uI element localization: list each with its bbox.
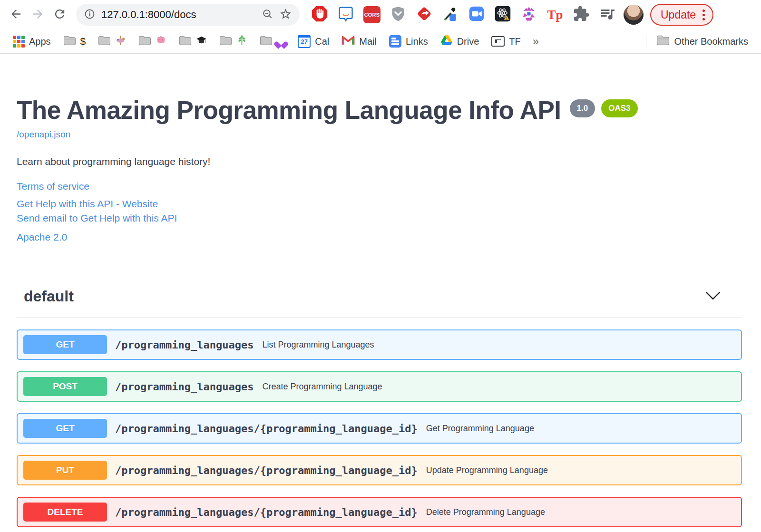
extensions-menu-button[interactable] xyxy=(572,5,591,24)
gmail-icon xyxy=(341,35,355,48)
svg-text:!: ! xyxy=(506,17,507,20)
endpoint-path: /programming_languages/{programming_lang… xyxy=(115,423,418,435)
eyedropper-extension-button[interactable] xyxy=(441,5,460,24)
bookmark-folder-herb[interactable] xyxy=(213,33,254,50)
update-label: Update xyxy=(661,9,696,21)
google-drive-icon xyxy=(440,35,453,48)
method-badge: GET xyxy=(23,419,107,438)
endpoint-row-get-list[interactable]: GET /programming_languages List Programm… xyxy=(17,329,742,360)
bookmark-drive[interactable]: Drive xyxy=(434,33,486,50)
bookmark-label: TF xyxy=(509,36,520,47)
oas3-badge: OAS3 xyxy=(601,99,637,117)
diamond-arrow-icon xyxy=(416,5,433,24)
zoom-extension-button[interactable] xyxy=(467,5,486,24)
browser-menu-dots-icon[interactable] xyxy=(702,10,705,20)
bookmark-label: Drive xyxy=(457,36,479,47)
folder-icon xyxy=(179,35,192,48)
endpoint-row-get-one[interactable]: GET /programming_languages/{programming_… xyxy=(17,413,742,444)
bookmark-folder-graduation[interactable] xyxy=(173,33,213,50)
other-bookmarks-label: Other Bookmarks xyxy=(674,36,748,47)
react-devtools-extension-button[interactable]: ! xyxy=(493,5,512,24)
tag-section-title: default xyxy=(24,288,74,305)
bookmark-label: Apps xyxy=(29,36,51,47)
endpoint-path: /programming_languages/{programming_lang… xyxy=(115,506,418,518)
chat-bubble-icon xyxy=(337,5,354,24)
recycle-extension-button[interactable] xyxy=(519,5,538,24)
bookmarks-divider xyxy=(646,34,646,48)
forward-button[interactable] xyxy=(27,4,49,26)
folder-icon xyxy=(138,35,151,48)
endpoint-row-put-update[interactable]: PUT /programming_languages/{programming_… xyxy=(17,455,742,485)
extensions-row: CORS ! Tp xyxy=(310,5,617,24)
address-bar[interactable]: 127.0.0.1:8000/docs xyxy=(76,4,300,26)
endpoint-path: /programming_languages xyxy=(115,339,254,351)
info-icon[interactable] xyxy=(84,8,96,22)
cors-extension-button[interactable]: CORS xyxy=(362,5,381,24)
chevron-down-icon[interactable] xyxy=(705,291,721,302)
chat-extension-button[interactable] xyxy=(336,5,355,24)
bookmark-label: Cal xyxy=(315,36,329,47)
endpoint-summary: Create Programming Language xyxy=(262,382,382,392)
endpoint-row-post-create[interactable]: POST /programming_languages Create Progr… xyxy=(17,371,742,402)
tf-doc-icon xyxy=(491,36,505,47)
tag-section-header[interactable]: default xyxy=(17,288,742,318)
forward-icon xyxy=(31,7,45,23)
dollar-marker: $ xyxy=(80,36,86,47)
endpoint-row-delete[interactable]: DELETE /programming_languages/{programmi… xyxy=(17,497,742,527)
bookmark-links[interactable]: Links xyxy=(383,33,434,50)
endpoint-summary: Delete Programming Language xyxy=(426,507,545,517)
method-badge: GET xyxy=(23,335,107,354)
openapi-spec-link[interactable]: /openapi.json xyxy=(17,129,70,140)
tp-extension-button[interactable]: Tp xyxy=(546,5,565,24)
page-title: The Amazing Programming Language Info AP… xyxy=(17,97,561,124)
apps-grid-icon xyxy=(13,36,25,48)
license-link[interactable]: Apache 2.0 xyxy=(17,232,67,243)
reload-icon xyxy=(53,7,67,23)
endpoint-summary: List Programming Languages xyxy=(262,340,374,350)
cors-icon: CORS xyxy=(363,6,380,23)
brain-icon xyxy=(156,35,166,48)
contact-email-link[interactable]: Send email to Get Help with this API xyxy=(17,211,742,225)
carousel-horse-icon xyxy=(115,35,126,48)
bookmark-label: Mail xyxy=(359,36,377,47)
bookmarks-overflow-chevron[interactable]: » xyxy=(527,35,545,48)
bookmark-gmail[interactable]: Mail xyxy=(335,33,383,50)
profile-avatar[interactable] xyxy=(624,5,644,25)
endpoint-path: /programming_languages/{programming_lang… xyxy=(115,464,418,476)
folder-icon xyxy=(656,35,670,48)
react-devtools-icon: ! xyxy=(494,5,511,24)
bookmark-folder-heart[interactable] xyxy=(254,33,292,50)
graduation-cap-icon xyxy=(196,35,207,48)
shield-extension-button[interactable] xyxy=(389,5,408,24)
back-button[interactable] xyxy=(5,4,27,26)
endpoint-summary: Get Programming Language xyxy=(426,424,534,434)
terms-of-service-link[interactable]: Terms of service xyxy=(17,181,89,192)
folder-icon xyxy=(63,35,76,48)
media-playlist-button[interactable] xyxy=(598,5,617,24)
zoom-out-icon[interactable] xyxy=(262,8,273,22)
bookmark-label: Links xyxy=(406,36,428,47)
google-calendar-icon: 27 xyxy=(298,35,311,48)
bookmark-folder-dollar[interactable]: $ xyxy=(57,33,92,50)
adblock-hand-icon xyxy=(311,5,328,24)
folder-icon xyxy=(98,35,111,48)
update-button[interactable]: Update xyxy=(650,4,713,26)
links-list-icon xyxy=(389,35,401,48)
diamond-extension-button[interactable] xyxy=(415,5,434,24)
contact-website-link[interactable]: Get Help with this API - Website xyxy=(17,197,742,211)
bookmark-star-icon[interactable] xyxy=(279,8,292,22)
adblock-extension-button[interactable] xyxy=(310,5,329,24)
reload-button[interactable] xyxy=(49,4,70,26)
bookmark-apps[interactable]: Apps xyxy=(7,33,57,50)
swagger-page: The Amazing Programming Language Info AP… xyxy=(0,97,761,527)
bookmark-calendar[interactable]: 27 Cal xyxy=(292,33,335,50)
shield-icon xyxy=(390,5,407,24)
endpoint-summary: Update Programming Language xyxy=(426,465,548,475)
other-bookmarks-folder[interactable]: Other Bookmarks xyxy=(650,33,754,50)
playlist-icon xyxy=(599,5,616,24)
bookmark-tf[interactable]: TF xyxy=(485,33,527,50)
bookmark-folder-brain[interactable] xyxy=(132,33,173,50)
url-text[interactable]: 127.0.0.1:8000/docs xyxy=(101,9,256,21)
bookmark-folder-carousel[interactable] xyxy=(92,33,132,50)
purple-heart-icon xyxy=(277,39,285,46)
